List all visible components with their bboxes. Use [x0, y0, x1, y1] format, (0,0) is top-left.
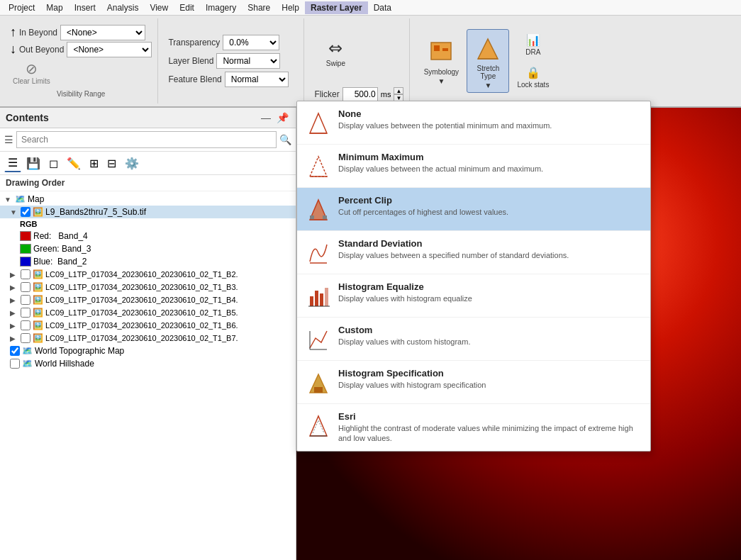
menu-data[interactable]: Data: [368, 1, 397, 14]
stretch-esri-item[interactable]: Esri Highlight the contrast of moderate …: [297, 404, 650, 451]
swipe-button[interactable]: ⇔ Swipe: [314, 21, 357, 84]
lc09-b2-icon: 🖼️: [33, 269, 43, 279]
stretch-esri-desc: Highlight the contrast of moderate value…: [338, 423, 640, 444]
stretch-custom-desc: Display values with custom histogram.: [338, 337, 470, 347]
world-topo-checkbox[interactable]: [10, 346, 20, 356]
lc09-b5-icon: 🖼️: [33, 308, 43, 318]
stretch-percent-clip-item[interactable]: Percent Clip Cut off percentages of high…: [297, 188, 650, 231]
menu-project[interactable]: Project: [3, 1, 40, 14]
tree-item-green-band[interactable]: Green: Band_3: [0, 242, 296, 255]
menu-analysis[interactable]: Analysis: [101, 1, 145, 14]
tree-item-lc09-b5[interactable]: ▶ 🖼️ LC09_L1TP_017034_20230610_20230610_…: [0, 306, 296, 319]
list-by-data-source-button[interactable]: 💾: [23, 155, 44, 172]
blue-band-label: Blue: Band_2: [33, 257, 87, 267]
tree-item-lc09-b7[interactable]: ▶ 🖼️ LC09_L1TP_017034_20230610_20230610_…: [0, 332, 296, 345]
menu-share[interactable]: Share: [242, 1, 276, 14]
swipe-label: Swipe: [326, 60, 345, 67]
visibility-range-section: ↑ In Beyond <None> ↓ Out Beyond <None> ⊘…: [4, 18, 158, 103]
in-beyond-select[interactable]: <None>: [60, 25, 145, 40]
visibility-range-label: Visibility Range: [57, 90, 105, 98]
tree-item-map[interactable]: ▼ 🗺️ Map: [0, 193, 296, 206]
more-options-button[interactable]: ⚙️: [121, 155, 143, 172]
contents-collapse-button[interactable]: —: [260, 111, 272, 125]
expand-lc09-b3-icon: ▶: [10, 284, 18, 291]
stretch-stddev-item[interactable]: Standard Deviation Display values betwee…: [297, 231, 650, 274]
contents-pin-button[interactable]: 📌: [275, 111, 290, 125]
stretch-none-desc: Display values between the potential min…: [338, 121, 552, 130]
flicker-input[interactable]: [342, 87, 378, 101]
contents-panel: Contents — 📌 ☰ 🔍 ☰ 💾 ◻ ✏️ ⊞ ⊟ ⚙️ Drawing…: [0, 108, 296, 560]
tree-item-l9[interactable]: ▼ 🖼️ L9_Bands2thru7_5_Sub.tif: [0, 206, 296, 218]
flicker-up-button[interactable]: ▲: [394, 87, 403, 94]
search-input[interactable]: [16, 131, 277, 148]
tree-item-world-hillshade[interactable]: 🗺️ World Hillshade: [0, 357, 296, 370]
clear-limits-button[interactable]: ⊘ Clear Limits: [10, 59, 53, 86]
lc09-b2-checkbox[interactable]: [21, 269, 30, 279]
stretch-esri-title: Esri: [338, 411, 640, 422]
map-icon: 🗺️: [15, 194, 26, 204]
lc09-b5-checkbox[interactable]: [21, 308, 30, 318]
transparency-select[interactable]: 0.0%: [223, 35, 279, 50]
tree-item-lc09-b3[interactable]: ▶ 🖼️ LC09_L1TP_017034_20230610_20230610_…: [0, 281, 296, 293]
filter-layers-button[interactable]: ◻: [45, 155, 62, 172]
svg-marker-5: [310, 113, 327, 133]
layer-blend-select[interactable]: Normal: [216, 53, 280, 69]
flicker-spinner: ▲ ▼: [394, 87, 403, 101]
menu-view[interactable]: View: [144, 1, 174, 14]
list-by-drawing-order-button[interactable]: ☰: [4, 154, 21, 172]
feature-blend-select[interactable]: Normal: [225, 72, 289, 87]
ribbon: ↑ In Beyond <None> ↓ Out Beyond <None> ⊘…: [0, 16, 741, 108]
remove-button[interactable]: ⊟: [104, 155, 120, 172]
tree-item-lc09-b6[interactable]: ▶ 🖼️ LC09_L1TP_017034_20230610_20230610_…: [0, 319, 296, 332]
stretch-type-button[interactable]: Stretch Type ▼: [467, 29, 509, 93]
search-button[interactable]: 🔍: [279, 134, 291, 145]
lock-stats-button[interactable]: 🔒 Lock stats: [513, 63, 552, 91]
transparency-label: Transparency: [168, 38, 220, 47]
raster-layer-icon: 🖼️: [33, 207, 43, 217]
lc09-b3-checkbox[interactable]: [21, 282, 30, 292]
symbology-button[interactable]: Symbology ▼: [420, 29, 462, 93]
menu-map[interactable]: Map: [40, 1, 68, 14]
stretch-none-item[interactable]: None Display values between the potentia…: [297, 101, 650, 145]
stretch-percent-clip-desc: Cut off percentages of highest and lowes…: [338, 207, 508, 217]
stretch-hist-eq-icon: [307, 281, 330, 310]
lc09-b6-checkbox[interactable]: [21, 320, 30, 330]
stretch-type-label: Stretch Type: [477, 65, 500, 80]
stretch-hist-eq-item[interactable]: Histogram Equalize Display values with h…: [297, 274, 650, 318]
dra-button[interactable]: 📊 DRA: [513, 30, 552, 59]
world-topo-icon: 🗺️: [22, 346, 33, 356]
lc09-b4-label: LC09_L1TP_017034_20230610_20230610_02_T1…: [45, 296, 238, 304]
edit-button[interactable]: ✏️: [63, 155, 84, 172]
lc09-b4-checkbox[interactable]: [21, 295, 30, 305]
l9-label: L9_Bands2thru7_5_Sub.tif: [45, 207, 146, 217]
expand-lc09-b6-icon: ▶: [10, 322, 18, 330]
tree-item-rgb[interactable]: RGB: [0, 218, 296, 230]
stretch-stddev-desc: Display values between a specified numbe…: [338, 250, 569, 260]
lc09-b7-label: LC09_L1TP_017034_20230610_20230610_02_T1…: [45, 334, 238, 342]
tree-item-lc09-b2[interactable]: ▶ 🖼️ LC09_L1TP_017034_20230610_20230610_…: [0, 268, 296, 281]
menu-help[interactable]: Help: [276, 1, 305, 14]
tree-item-world-topo[interactable]: 🗺️ World Topographic Map: [0, 345, 296, 357]
menu-insert[interactable]: Insert: [69, 1, 101, 14]
tree-item-blue-band[interactable]: Blue: Band_2: [0, 255, 296, 268]
menu-imagery[interactable]: Imagery: [200, 1, 242, 14]
svg-rect-17: [325, 288, 328, 306]
lc09-b7-checkbox[interactable]: [21, 333, 30, 343]
lc09-b2-label: LC09_L1TP_017034_20230610_20230610_02_T1…: [45, 270, 238, 279]
lc09-b7-icon: 🖼️: [33, 333, 43, 343]
swipe-flicker-controls: ⇔ Swipe Flicker ms ▲ ▼: [314, 21, 403, 101]
add-button[interactable]: ⊞: [86, 155, 102, 172]
menu-edit[interactable]: Edit: [174, 1, 200, 14]
out-beyond-select[interactable]: <None>: [67, 42, 152, 57]
stretch-minmax-item[interactable]: Minimum Maximum Display values between t…: [297, 145, 650, 188]
lc09-b5-label: LC09_L1TP_017034_20230610_20230610_02_T1…: [45, 308, 238, 317]
stretch-custom-item[interactable]: Custom Display values with custom histog…: [297, 318, 650, 361]
stretch-hist-spec-item[interactable]: Histogram Specification Display values w…: [297, 361, 650, 404]
world-hillshade-checkbox[interactable]: [10, 359, 20, 369]
l9-checkbox[interactable]: [21, 207, 30, 217]
stretch-none-icon: [307, 108, 330, 137]
menu-raster-layer[interactable]: Raster Layer: [305, 1, 368, 14]
tree-item-lc09-b4[interactable]: ▶ 🖼️ LC09_L1TP_017034_20230610_20230610_…: [0, 293, 296, 306]
tree-item-red-band[interactable]: Red: Band_4: [0, 230, 296, 242]
lc09-b6-label: LC09_L1TP_017034_20230610_20230610_02_T1…: [45, 321, 238, 330]
